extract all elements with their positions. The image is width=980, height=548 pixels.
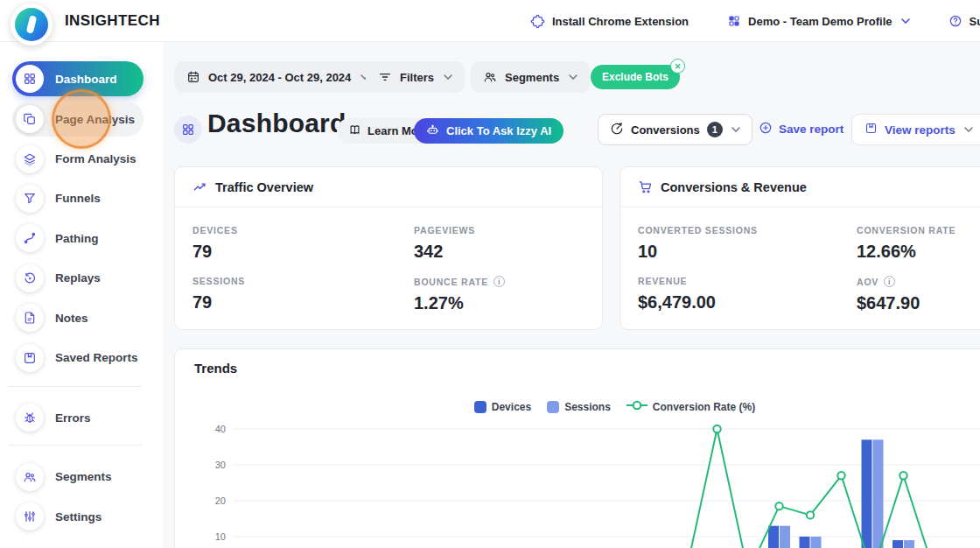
conversions-label: Conversions (631, 123, 700, 137)
save-report-button[interactable]: Save report (759, 121, 844, 137)
sidebar-divider (9, 386, 142, 387)
conversion-rate-line (686, 429, 934, 548)
sidebar-item-saved-reports[interactable]: Saved Reports (12, 341, 144, 376)
stat-value: $6,479.00 (638, 292, 857, 313)
stat-cell: BOUNCE RATE1.27% (414, 276, 584, 313)
main-content: Oct 29, 2024 - Oct 29, 2024 Filters Segm… (163, 42, 980, 548)
legend-item-sessions[interactable]: Sessions (547, 400, 611, 413)
conversions-count-badge: 1 (707, 122, 723, 137)
dashboard-grid-icon (174, 116, 202, 144)
trends-title: Trends (194, 361, 237, 376)
cart-icon (638, 179, 653, 194)
stat-cell: DEVICES79 (192, 225, 414, 262)
filters-label: Filters (400, 71, 434, 84)
sidebar-item-errors[interactable]: Errors (12, 400, 144, 435)
stat-label: BOUNCE RATE (414, 276, 584, 287)
conversion-rate-marker (837, 472, 844, 479)
book-icon (348, 123, 361, 139)
sidebar-item-pathing[interactable]: Pathing (12, 221, 144, 256)
stat-value: 10 (638, 242, 857, 262)
gauge-icon (610, 122, 624, 138)
sidebar-item-funnels[interactable]: Funnels (12, 181, 144, 216)
sessions-bar (873, 439, 884, 548)
stat-cell: PAGEVIEWS342 (414, 225, 584, 262)
ask-izzy-ai-button[interactable]: Click To Ask Izzy AI (414, 118, 564, 144)
legend-item-conversion-rate-[interactable]: Conversion Rate (%) (626, 400, 755, 413)
legend-item-devices[interactable]: Devices (474, 400, 531, 413)
stat-value: $647.90 (857, 293, 979, 313)
info-icon[interactable] (884, 276, 895, 287)
devices-bar (892, 540, 903, 548)
header-nav: Install Chrome ExtensionDemo - Team Demo… (530, 0, 980, 42)
top-header: INSIGHTECH Install Chrome ExtensionDemo … (0, 0, 980, 42)
header-nav-label: Support (970, 15, 980, 28)
calendar-icon (186, 70, 200, 84)
logo-icon (15, 8, 48, 41)
header-nav-item-1[interactable]: Demo - Team Demo Profile (727, 14, 909, 28)
chart-legend: DevicesSessionsConversion Rate (%) (175, 400, 980, 413)
pages-icon (16, 105, 44, 133)
stat-cell: AOV$647.90 (857, 276, 979, 313)
brand-name: INSIGHTECH (65, 12, 160, 30)
saved-report-icon (16, 344, 44, 372)
view-reports-button[interactable]: View reports (851, 114, 980, 145)
note-icon (16, 304, 44, 332)
page-title: Dashboard (207, 109, 346, 138)
date-range-picker[interactable]: Oct 29, 2024 - Oct 29, 2024 (174, 61, 382, 93)
devices-bar (800, 537, 810, 548)
sessions-bar (904, 540, 914, 548)
stat-cell: REVENUE$6,479.00 (638, 276, 857, 313)
stat-value: 79 (192, 242, 414, 262)
stat-label: DEVICES (192, 225, 414, 235)
save-report-label: Save report (779, 123, 844, 136)
replay-icon (16, 264, 44, 292)
people-icon (16, 463, 44, 491)
header-nav-item-0[interactable]: Install Chrome Extension (530, 14, 689, 29)
y-axis-tick: 10 (215, 531, 226, 542)
sessions-bar (780, 526, 790, 548)
remove-chip-icon[interactable]: ✕ (670, 59, 685, 74)
date-range-value: Oct 29, 2024 - Oct 29, 2024 (208, 71, 351, 84)
robot-icon (426, 123, 439, 139)
people-icon (483, 70, 497, 84)
sidebar-item-replays[interactable]: Replays (12, 261, 144, 296)
header-nav-item-2[interactable]: Support (948, 14, 980, 28)
sidebar-item-label: Settings (55, 510, 102, 523)
conversion-rate-marker (807, 511, 814, 518)
info-icon[interactable] (494, 276, 505, 287)
sidebar-item-label: Saved Reports (55, 351, 138, 364)
header-nav-label: Demo - Team Demo Profile (748, 15, 892, 28)
dashboard-grid-icon (16, 65, 44, 93)
conversions-select[interactable]: Conversions 1 (598, 114, 752, 145)
sidebar-divider (9, 445, 142, 446)
chevron-down-icon (901, 18, 910, 24)
segments-filter-button[interactable]: Segments (471, 61, 590, 93)
trends-chart: 40302010 (175, 419, 980, 548)
trends-card: Trends DevicesSessionsConversion Rate (%… (174, 348, 980, 548)
sidebar-item-label: Funnels (55, 192, 101, 205)
stat-cell: SESSIONS79 (192, 276, 414, 313)
filters-button[interactable]: Filters (366, 61, 465, 93)
sidebar-item-notes[interactable]: Notes (12, 300, 144, 335)
y-axis-tick: 40 (215, 424, 226, 434)
card-title: Traffic Overview (215, 180, 313, 194)
sidebar: DashboardPage AnalysisForm AnalysisFunne… (0, 42, 163, 548)
stat-value: 12.66% (857, 242, 979, 262)
devices-bar (768, 526, 779, 548)
help-circle-icon (948, 14, 962, 28)
app-logo (10, 4, 52, 46)
y-axis-tick: 30 (215, 460, 226, 470)
funnel-icon (16, 185, 44, 213)
sidebar-item-settings[interactable]: Settings (12, 499, 144, 534)
legend-label: Sessions (564, 401, 611, 413)
puzzle-icon (530, 14, 545, 29)
stat-value: 79 (192, 292, 414, 313)
y-axis-tick: 20 (215, 495, 226, 506)
legend-line-marker (626, 400, 648, 413)
apps-grid-icon (727, 14, 741, 28)
exclude-bots-chip[interactable]: Exclude Bots ✕ (591, 65, 680, 89)
sidebar-item-label: Form Analysis (55, 152, 136, 165)
header-nav-label: Install Chrome Extension (552, 15, 689, 28)
sidebar-item-segments[interactable]: Segments (12, 460, 144, 495)
view-reports-label: View reports (885, 123, 956, 137)
